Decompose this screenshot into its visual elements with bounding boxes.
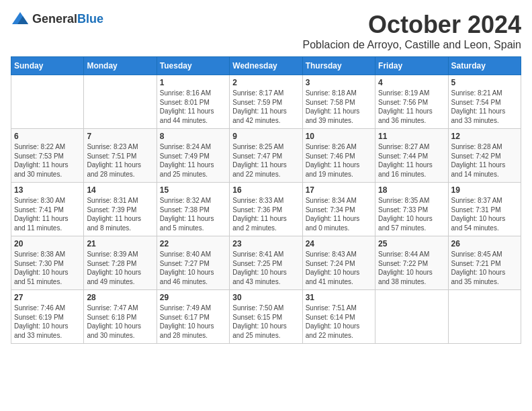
- calendar-cell: [375, 290, 448, 344]
- calendar-cell: 1Sunrise: 8:16 AM Sunset: 8:01 PM Daylig…: [157, 75, 229, 129]
- day-info: Sunrise: 8:40 AM Sunset: 7:27 PM Dayligh…: [160, 250, 226, 286]
- calendar-cell: 26Sunrise: 8:45 AM Sunset: 7:21 PM Dayli…: [448, 236, 521, 290]
- day-number: 22: [160, 239, 226, 248]
- weekday-header: Tuesday: [157, 57, 229, 75]
- weekday-header: Thursday: [302, 57, 375, 75]
- day-number: 18: [378, 185, 445, 195]
- calendar-cell: 6Sunrise: 8:22 AM Sunset: 7:53 PM Daylig…: [11, 129, 84, 183]
- calendar-cell: [448, 290, 521, 344]
- day-info: Sunrise: 7:49 AM Sunset: 6:17 PM Dayligh…: [160, 304, 226, 340]
- calendar-cell: [84, 75, 157, 129]
- calendar-cell: 18Sunrise: 8:35 AM Sunset: 7:33 PM Dayli…: [375, 183, 448, 236]
- calendar-cell: 23Sunrise: 8:41 AM Sunset: 7:25 PM Dayli…: [230, 236, 302, 290]
- day-info: Sunrise: 8:26 AM Sunset: 7:46 PM Dayligh…: [306, 142, 372, 179]
- calendar-cell: [11, 75, 84, 129]
- calendar-cell: 12Sunrise: 8:28 AM Sunset: 7:42 PM Dayli…: [448, 129, 521, 183]
- calendar-cell: 29Sunrise: 7:49 AM Sunset: 6:17 PM Dayli…: [157, 290, 229, 344]
- weekday-header: Wednesday: [230, 57, 302, 75]
- day-number: 1: [160, 78, 226, 87]
- day-info: Sunrise: 8:28 AM Sunset: 7:42 PM Dayligh…: [451, 142, 518, 179]
- day-info: Sunrise: 8:44 AM Sunset: 7:22 PM Dayligh…: [378, 250, 445, 286]
- page-header: GeneralBlue October 2024 Poblacion de Ar…: [11, 11, 521, 51]
- day-number: 26: [451, 239, 518, 248]
- day-number: 14: [87, 185, 153, 195]
- day-number: 15: [160, 185, 226, 195]
- logo-icon: [11, 11, 30, 27]
- day-info: Sunrise: 8:38 AM Sunset: 7:30 PM Dayligh…: [14, 250, 81, 286]
- day-number: 11: [378, 132, 445, 141]
- calendar-cell: 7Sunrise: 8:23 AM Sunset: 7:51 PM Daylig…: [84, 129, 157, 183]
- calendar-cell: 30Sunrise: 7:50 AM Sunset: 6:15 PM Dayli…: [230, 290, 302, 344]
- calendar-cell: 4Sunrise: 8:19 AM Sunset: 7:56 PM Daylig…: [375, 75, 448, 129]
- weekday-header-row: SundayMondayTuesdayWednesdayThursdayFrid…: [11, 57, 521, 75]
- calendar-cell: 2Sunrise: 8:17 AM Sunset: 7:59 PM Daylig…: [230, 75, 302, 129]
- calendar-table: SundayMondayTuesdayWednesdayThursdayFrid…: [11, 56, 521, 344]
- day-info: Sunrise: 7:50 AM Sunset: 6:15 PM Dayligh…: [232, 304, 299, 340]
- day-number: 6: [14, 132, 81, 141]
- day-number: 28: [87, 293, 153, 302]
- day-number: 7: [87, 132, 153, 141]
- calendar-cell: 22Sunrise: 8:40 AM Sunset: 7:27 PM Dayli…: [157, 236, 229, 290]
- day-info: Sunrise: 8:23 AM Sunset: 7:51 PM Dayligh…: [87, 142, 153, 179]
- day-number: 16: [232, 185, 299, 195]
- calendar-cell: 27Sunrise: 7:46 AM Sunset: 6:19 PM Dayli…: [11, 290, 84, 344]
- calendar-cell: 31Sunrise: 7:51 AM Sunset: 6:14 PM Dayli…: [302, 290, 375, 344]
- day-info: Sunrise: 8:37 AM Sunset: 7:31 PM Dayligh…: [451, 196, 518, 232]
- day-number: 25: [378, 239, 445, 248]
- calendar-cell: 10Sunrise: 8:26 AM Sunset: 7:46 PM Dayli…: [302, 129, 375, 183]
- day-info: Sunrise: 8:25 AM Sunset: 7:47 PM Dayligh…: [232, 142, 299, 179]
- day-number: 23: [232, 239, 299, 248]
- day-number: 5: [451, 78, 518, 87]
- day-number: 8: [160, 132, 226, 141]
- day-number: 9: [232, 132, 299, 141]
- day-number: 21: [87, 239, 153, 248]
- day-info: Sunrise: 8:22 AM Sunset: 7:53 PM Dayligh…: [14, 142, 81, 179]
- day-info: Sunrise: 8:32 AM Sunset: 7:38 PM Dayligh…: [160, 196, 226, 232]
- day-info: Sunrise: 8:16 AM Sunset: 8:01 PM Dayligh…: [160, 89, 226, 125]
- day-number: 20: [14, 239, 81, 248]
- calendar-cell: 25Sunrise: 8:44 AM Sunset: 7:22 PM Dayli…: [375, 236, 448, 290]
- calendar-cell: 19Sunrise: 8:37 AM Sunset: 7:31 PM Dayli…: [448, 183, 521, 236]
- calendar-cell: 17Sunrise: 8:34 AM Sunset: 7:34 PM Dayli…: [302, 183, 375, 236]
- calendar-week-row: 20Sunrise: 8:38 AM Sunset: 7:30 PM Dayli…: [11, 236, 521, 290]
- logo-blue: Blue: [77, 12, 103, 26]
- day-number: 10: [306, 132, 372, 141]
- day-number: 19: [451, 185, 518, 195]
- weekday-header: Monday: [84, 57, 157, 75]
- calendar-cell: 14Sunrise: 8:31 AM Sunset: 7:39 PM Dayli…: [84, 183, 157, 236]
- calendar-cell: 11Sunrise: 8:27 AM Sunset: 7:44 PM Dayli…: [375, 129, 448, 183]
- day-info: Sunrise: 8:18 AM Sunset: 7:58 PM Dayligh…: [306, 89, 372, 125]
- calendar-cell: 15Sunrise: 8:32 AM Sunset: 7:38 PM Dayli…: [157, 183, 229, 236]
- day-info: Sunrise: 7:47 AM Sunset: 6:18 PM Dayligh…: [87, 304, 153, 340]
- calendar-week-row: 6Sunrise: 8:22 AM Sunset: 7:53 PM Daylig…: [11, 129, 521, 183]
- day-number: 30: [232, 293, 299, 302]
- title-block: October 2024 Poblacion de Arroyo, Castil…: [302, 11, 521, 51]
- calendar-cell: 3Sunrise: 8:18 AM Sunset: 7:58 PM Daylig…: [302, 75, 375, 129]
- day-info: Sunrise: 7:46 AM Sunset: 6:19 PM Dayligh…: [14, 304, 81, 340]
- calendar-cell: 24Sunrise: 8:43 AM Sunset: 7:24 PM Dayli…: [302, 236, 375, 290]
- day-info: Sunrise: 8:30 AM Sunset: 7:41 PM Dayligh…: [14, 196, 81, 232]
- weekday-header: Sunday: [11, 57, 84, 75]
- day-info: Sunrise: 8:27 AM Sunset: 7:44 PM Dayligh…: [378, 142, 445, 179]
- day-number: 17: [306, 185, 372, 195]
- day-number: 2: [232, 78, 299, 87]
- day-info: Sunrise: 8:31 AM Sunset: 7:39 PM Dayligh…: [87, 196, 153, 232]
- day-info: Sunrise: 7:51 AM Sunset: 6:14 PM Dayligh…: [306, 304, 372, 340]
- calendar-cell: 16Sunrise: 8:33 AM Sunset: 7:36 PM Dayli…: [230, 183, 302, 236]
- day-number: 3: [306, 78, 372, 87]
- calendar-week-row: 1Sunrise: 8:16 AM Sunset: 8:01 PM Daylig…: [11, 75, 521, 129]
- day-number: 12: [451, 132, 518, 141]
- calendar-cell: 21Sunrise: 8:39 AM Sunset: 7:28 PM Dayli…: [84, 236, 157, 290]
- location-title: Poblacion de Arroyo, Castille and Leon, …: [302, 39, 521, 51]
- calendar-week-row: 13Sunrise: 8:30 AM Sunset: 7:41 PM Dayli…: [11, 183, 521, 236]
- calendar-cell: 5Sunrise: 8:21 AM Sunset: 7:54 PM Daylig…: [448, 75, 521, 129]
- day-number: 31: [306, 293, 372, 302]
- day-info: Sunrise: 8:35 AM Sunset: 7:33 PM Dayligh…: [378, 196, 445, 232]
- logo-general: General: [32, 12, 77, 26]
- day-number: 24: [306, 239, 372, 248]
- calendar-cell: 28Sunrise: 7:47 AM Sunset: 6:18 PM Dayli…: [84, 290, 157, 344]
- calendar-week-row: 27Sunrise: 7:46 AM Sunset: 6:19 PM Dayli…: [11, 290, 521, 344]
- day-info: Sunrise: 8:19 AM Sunset: 7:56 PM Dayligh…: [378, 89, 445, 125]
- day-info: Sunrise: 8:21 AM Sunset: 7:54 PM Dayligh…: [451, 89, 518, 125]
- day-info: Sunrise: 8:41 AM Sunset: 7:25 PM Dayligh…: [232, 250, 299, 286]
